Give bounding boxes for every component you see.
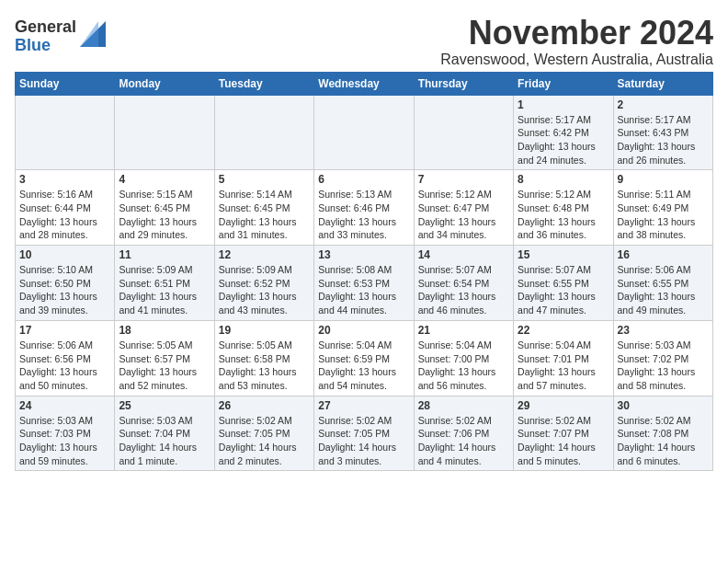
day-detail: Sunrise: 5:02 AM Sunset: 7:06 PM Dayligh… [418,414,509,468]
header-day-friday: Friday [514,72,613,95]
day-number: 9 [618,173,709,186]
day-number: 24 [19,399,110,412]
calendar-cell: 21Sunrise: 5:04 AM Sunset: 7:00 PM Dayli… [414,320,513,396]
calendar-cell [414,95,513,170]
calendar-cell: 5Sunrise: 5:14 AM Sunset: 6:45 PM Daylig… [214,170,313,246]
day-detail: Sunrise: 5:17 AM Sunset: 6:43 PM Dayligh… [618,113,709,167]
calendar-cell [16,95,115,170]
day-number: 3 [19,173,110,186]
calendar-cell: 13Sunrise: 5:08 AM Sunset: 6:53 PM Dayli… [314,246,414,321]
calendar-cell: 15Sunrise: 5:07 AM Sunset: 6:55 PM Dayli… [514,246,613,321]
header-row: SundayMondayTuesdayWednesdayThursdayFrid… [16,72,713,95]
header-day-sunday: Sunday [16,72,115,95]
calendar-cell: 30Sunrise: 5:02 AM Sunset: 7:08 PM Dayli… [613,396,712,471]
day-number: 11 [119,248,210,261]
header-day-saturday: Saturday [613,72,712,95]
week-row-1: 1Sunrise: 5:17 AM Sunset: 6:42 PM Daylig… [16,95,713,170]
day-detail: Sunrise: 5:03 AM Sunset: 7:03 PM Dayligh… [19,414,110,468]
day-number: 15 [518,248,609,261]
day-number: 12 [219,248,310,261]
day-detail: Sunrise: 5:08 AM Sunset: 6:53 PM Dayligh… [318,263,409,317]
calendar-cell: 10Sunrise: 5:10 AM Sunset: 6:50 PM Dayli… [16,246,115,321]
day-detail: Sunrise: 5:10 AM Sunset: 6:50 PM Dayligh… [19,263,110,317]
day-detail: Sunrise: 5:04 AM Sunset: 6:59 PM Dayligh… [318,339,409,393]
svg-marker-1 [80,21,98,47]
day-detail: Sunrise: 5:05 AM Sunset: 6:57 PM Dayligh… [119,339,210,393]
calendar-cell: 24Sunrise: 5:03 AM Sunset: 7:03 PM Dayli… [16,396,115,471]
calendar-cell [115,95,214,170]
day-number: 18 [119,324,210,337]
calendar-cell: 8Sunrise: 5:12 AM Sunset: 6:48 PM Daylig… [514,170,613,246]
day-number: 8 [518,173,609,186]
day-detail: Sunrise: 5:03 AM Sunset: 7:02 PM Dayligh… [618,339,709,393]
day-number: 10 [19,248,110,261]
day-number: 26 [219,399,310,412]
day-detail: Sunrise: 5:02 AM Sunset: 7:08 PM Dayligh… [618,414,709,468]
page-subtitle: Ravenswood, Western Australia, Australia [440,52,713,68]
header-day-thursday: Thursday [414,72,513,95]
day-detail: Sunrise: 5:13 AM Sunset: 6:46 PM Dayligh… [318,188,409,242]
day-detail: Sunrise: 5:12 AM Sunset: 6:47 PM Dayligh… [418,188,509,242]
calendar-cell: 12Sunrise: 5:09 AM Sunset: 6:52 PM Dayli… [214,246,313,321]
calendar-cell: 9Sunrise: 5:11 AM Sunset: 6:49 PM Daylig… [613,170,712,246]
day-detail: Sunrise: 5:02 AM Sunset: 7:05 PM Dayligh… [318,414,409,468]
day-detail: Sunrise: 5:16 AM Sunset: 6:44 PM Dayligh… [19,188,110,242]
header-day-monday: Monday [115,72,214,95]
calendar-cell: 18Sunrise: 5:05 AM Sunset: 6:57 PM Dayli… [115,320,214,396]
calendar-cell: 27Sunrise: 5:02 AM Sunset: 7:05 PM Dayli… [314,396,414,471]
day-number: 28 [418,399,509,412]
day-detail: Sunrise: 5:04 AM Sunset: 7:01 PM Dayligh… [518,339,609,393]
header-day-tuesday: Tuesday [214,72,313,95]
calendar-cell: 29Sunrise: 5:02 AM Sunset: 7:07 PM Dayli… [514,396,613,471]
day-detail: Sunrise: 5:02 AM Sunset: 7:07 PM Dayligh… [518,414,609,468]
day-detail: Sunrise: 5:12 AM Sunset: 6:48 PM Dayligh… [518,188,609,242]
calendar-cell: 14Sunrise: 5:07 AM Sunset: 6:54 PM Dayli… [414,246,513,321]
calendar-cell: 26Sunrise: 5:02 AM Sunset: 7:05 PM Dayli… [214,396,313,471]
page-title: November 2024 [440,15,713,52]
day-detail: Sunrise: 5:04 AM Sunset: 7:00 PM Dayligh… [418,339,509,393]
header-day-wednesday: Wednesday [314,72,414,95]
day-detail: Sunrise: 5:07 AM Sunset: 6:55 PM Dayligh… [518,263,609,317]
calendar-cell: 2Sunrise: 5:17 AM Sunset: 6:43 PM Daylig… [613,95,712,170]
day-number: 17 [19,324,110,337]
calendar-cell: 11Sunrise: 5:09 AM Sunset: 6:51 PM Dayli… [115,246,214,321]
calendar-cell: 7Sunrise: 5:12 AM Sunset: 6:47 PM Daylig… [414,170,513,246]
calendar-cell: 1Sunrise: 5:17 AM Sunset: 6:42 PM Daylig… [514,95,613,170]
calendar-cell: 3Sunrise: 5:16 AM Sunset: 6:44 PM Daylig… [16,170,115,246]
logo-icon [80,21,106,47]
day-number: 6 [318,173,409,186]
day-number: 4 [119,173,210,186]
day-number: 21 [418,324,509,337]
calendar-cell: 17Sunrise: 5:06 AM Sunset: 6:56 PM Dayli… [16,320,115,396]
logo-line2: Blue [15,37,76,55]
day-detail: Sunrise: 5:02 AM Sunset: 7:05 PM Dayligh… [219,414,310,468]
logo-line1: General [15,18,76,37]
logo: General Blue [15,18,106,55]
day-detail: Sunrise: 5:09 AM Sunset: 6:52 PM Dayligh… [219,263,310,317]
calendar-cell: 28Sunrise: 5:02 AM Sunset: 7:06 PM Dayli… [414,396,513,471]
day-number: 19 [219,324,310,337]
day-detail: Sunrise: 5:17 AM Sunset: 6:42 PM Dayligh… [518,113,609,167]
day-number: 16 [618,248,709,261]
week-row-2: 3Sunrise: 5:16 AM Sunset: 6:44 PM Daylig… [16,170,713,246]
calendar-cell: 6Sunrise: 5:13 AM Sunset: 6:46 PM Daylig… [314,170,414,246]
day-number: 7 [418,173,509,186]
day-number: 5 [219,173,310,186]
calendar-table: SundayMondayTuesdayWednesdayThursdayFrid… [15,72,713,472]
day-detail: Sunrise: 5:07 AM Sunset: 6:54 PM Dayligh… [418,263,509,317]
calendar-cell: 25Sunrise: 5:03 AM Sunset: 7:04 PM Dayli… [115,396,214,471]
page-header: General Blue November 2024 Ravenswood, W… [15,15,713,68]
day-number: 13 [318,248,409,261]
calendar-cell [314,95,414,170]
day-number: 27 [318,399,409,412]
day-number: 22 [518,324,609,337]
day-number: 30 [618,399,709,412]
day-number: 29 [518,399,609,412]
day-number: 25 [119,399,210,412]
calendar-cell: 4Sunrise: 5:15 AM Sunset: 6:45 PM Daylig… [115,170,214,246]
calendar-cell: 22Sunrise: 5:04 AM Sunset: 7:01 PM Dayli… [514,320,613,396]
week-row-5: 24Sunrise: 5:03 AM Sunset: 7:03 PM Dayli… [16,396,713,471]
day-detail: Sunrise: 5:03 AM Sunset: 7:04 PM Dayligh… [119,414,210,468]
calendar-cell: 19Sunrise: 5:05 AM Sunset: 6:58 PM Dayli… [214,320,313,396]
title-block: November 2024 Ravenswood, Western Austra… [440,15,713,68]
